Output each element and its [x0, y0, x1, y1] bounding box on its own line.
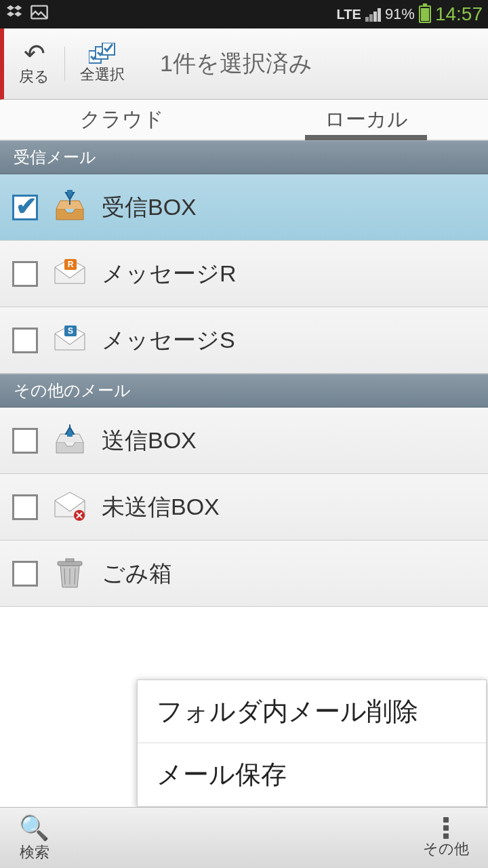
clock: 14:57: [435, 3, 483, 25]
overflow-button[interactable]: その他: [404, 808, 488, 868]
back-arrow-icon: ↶: [24, 41, 45, 66]
checkbox[interactable]: [12, 561, 38, 587]
folder-row-inbox[interactable]: 受信BOX: [0, 174, 488, 241]
selection-count-title: 1件を選択済み: [160, 48, 312, 79]
svg-rect-4: [67, 190, 73, 194]
dropbox-icon: [5, 3, 24, 26]
folder-label: メッセージR: [102, 258, 237, 290]
battery-percent: 91%: [385, 5, 415, 23]
folder-label: 受信BOX: [102, 192, 197, 223]
folder-label: 未送信BOX: [102, 492, 220, 523]
bottom-bar: 🔍 検索 その他: [0, 807, 488, 868]
message-s-icon: S: [50, 321, 89, 360]
svg-rect-12: [66, 559, 74, 561]
section-header-received: 受信メール: [0, 140, 488, 174]
menu-save-mail[interactable]: メール保存: [138, 743, 486, 806]
folder-label: メッセージS: [102, 325, 235, 356]
search-icon: 🔍: [19, 814, 49, 842]
search-label: 検索: [20, 842, 49, 863]
battery-icon: [419, 5, 431, 23]
back-label: 戻る: [19, 66, 49, 87]
picture-icon: [30, 3, 49, 26]
overflow-label: その他: [423, 839, 469, 859]
select-all-icon: [89, 43, 116, 64]
status-bar: LTE 91% 14:57: [0, 0, 488, 28]
inbox-icon: [50, 188, 89, 227]
unsent-icon: [50, 488, 89, 527]
checkbox[interactable]: [12, 328, 38, 353]
checkbox[interactable]: [12, 428, 38, 454]
tab-local[interactable]: ローカル: [244, 100, 488, 140]
trash-icon: [50, 554, 89, 593]
search-button[interactable]: 🔍 検索: [0, 808, 68, 868]
section-header-other: その他のメール: [0, 374, 488, 408]
tab-cloud[interactable]: クラウド: [0, 100, 244, 140]
network-type: LTE: [337, 7, 361, 22]
back-button[interactable]: ↶ 戻る: [4, 28, 64, 99]
folder-row-message-s[interactable]: S メッセージS: [0, 307, 488, 374]
checkbox[interactable]: [12, 195, 38, 220]
folder-row-trash[interactable]: ごみ箱: [0, 540, 488, 607]
select-all-button[interactable]: 全選択: [65, 28, 140, 99]
overflow-icon: [443, 817, 449, 839]
folder-label: 送信BOX: [102, 425, 197, 456]
svg-rect-9: [67, 433, 73, 437]
signal-icon: [365, 7, 381, 22]
tabs: クラウド ローカル: [0, 100, 488, 140]
action-bar: ↶ 戻る 全選択 1件を選択済み: [0, 28, 488, 100]
checkbox[interactable]: [12, 494, 38, 520]
folder-label: ごみ箱: [102, 558, 172, 589]
svg-rect-11: [58, 561, 82, 566]
outbox-icon: [50, 421, 89, 460]
select-all-label: 全選択: [80, 64, 125, 85]
svg-text:R: R: [68, 260, 74, 269]
message-r-icon: R: [50, 254, 89, 294]
folder-row-outbox[interactable]: 送信BOX: [0, 408, 488, 474]
menu-delete-folder-mail[interactable]: フォルダ内メール削除: [138, 680, 486, 743]
svg-text:S: S: [68, 326, 73, 336]
folder-row-message-r[interactable]: R メッセージR: [0, 241, 488, 307]
context-menu: フォルダ内メール削除 メール保存: [137, 679, 487, 807]
checkbox[interactable]: [12, 261, 38, 287]
folder-row-unsent[interactable]: 未送信BOX: [0, 474, 488, 540]
